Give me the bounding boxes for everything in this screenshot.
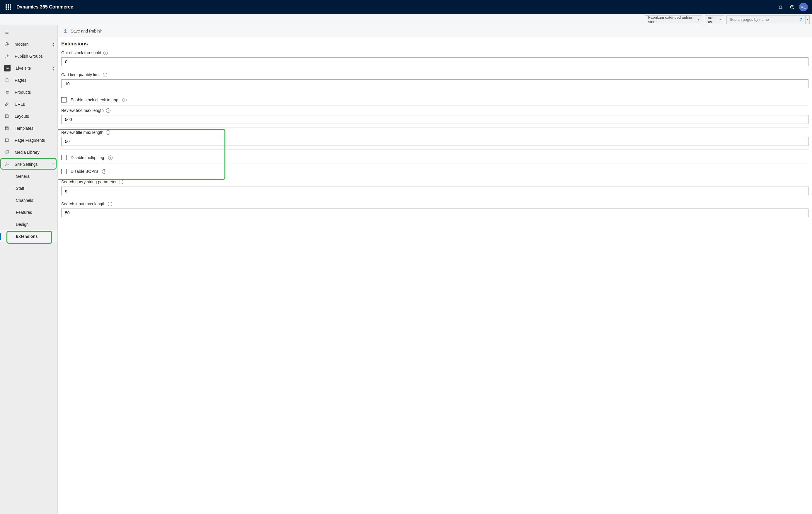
disable-bopis-checkbox[interactable] xyxy=(61,169,66,174)
info-icon[interactable]: i xyxy=(108,202,112,206)
page-search-split-button[interactable]: ▾ xyxy=(806,15,810,24)
svg-rect-21 xyxy=(5,139,7,140)
search-input-max-length-input[interactable] xyxy=(61,209,809,217)
field-out-of-stock-threshold: Out of stock threshold i xyxy=(61,50,809,70)
nav-sub-staff[interactable]: Staff xyxy=(0,182,57,194)
nav-label: Live site xyxy=(16,66,48,70)
svg-point-11 xyxy=(7,68,8,68)
nav-site-settings[interactable]: Site Settings ⌃ xyxy=(0,158,57,170)
site-selector-label: Fabrikam extended online store xyxy=(648,15,695,24)
layout-icon xyxy=(4,114,9,119)
info-icon[interactable]: i xyxy=(108,155,113,160)
user-avatar[interactable]: MG xyxy=(799,3,808,11)
field-label: Cart line quantity limit xyxy=(61,72,100,77)
svg-rect-18 xyxy=(5,128,8,129)
nav-modern[interactable]: modern ▴▾ xyxy=(0,38,57,50)
svg-point-10 xyxy=(7,55,8,56)
svg-rect-19 xyxy=(5,129,8,130)
nav-sub-design[interactable]: Design xyxy=(0,218,57,230)
media-icon xyxy=(4,150,9,155)
svg-rect-23 xyxy=(6,151,8,153)
info-icon[interactable]: i xyxy=(106,109,111,113)
review-text-max-length-input[interactable] xyxy=(61,115,809,124)
svg-point-13 xyxy=(8,93,8,94)
info-icon[interactable]: i xyxy=(104,51,108,55)
locale-selector-label: en-us xyxy=(708,15,717,24)
svg-rect-22 xyxy=(5,151,8,153)
nav-label: modern xyxy=(14,42,48,47)
field-label: Disable tooltip flag xyxy=(70,155,104,160)
nav-publish-groups[interactable]: Publish Groups xyxy=(0,50,57,62)
nav-urls[interactable]: URLs xyxy=(0,98,57,110)
field-label: Search query string parameter xyxy=(61,180,117,184)
nav-pages[interactable]: Pages xyxy=(0,74,57,86)
chevron-updown-icon: ▴▾ xyxy=(53,42,55,47)
chevron-up-icon: ⌃ xyxy=(52,163,55,165)
rocket-icon xyxy=(4,54,9,59)
page-search-input[interactable] xyxy=(726,15,797,24)
locale-selector[interactable]: en-us ▾ xyxy=(705,15,724,24)
nav-label: Products xyxy=(14,90,55,95)
nav-label: URLs xyxy=(14,102,55,107)
info-icon[interactable]: i xyxy=(102,169,106,174)
page-title: Extensions xyxy=(61,41,809,47)
gear-icon xyxy=(4,162,9,167)
info-icon[interactable]: i xyxy=(119,180,123,184)
app-title: Dynamics 365 Commerce xyxy=(17,4,73,10)
out-of-stock-threshold-input[interactable] xyxy=(61,57,809,66)
nav-media-library[interactable]: Media Library xyxy=(0,146,57,158)
page-search-button[interactable] xyxy=(797,15,806,24)
cart-line-quantity-limit-input[interactable] xyxy=(61,79,809,88)
hamburger-icon xyxy=(4,30,9,35)
field-disable-bopis: Disable BOPIS i xyxy=(61,166,809,177)
top-bar: Dynamics 365 Commerce MG xyxy=(0,0,812,14)
info-icon[interactable]: i xyxy=(103,72,107,77)
nav-templates[interactable]: Templates xyxy=(0,122,57,134)
disable-tooltip-flag-checkbox[interactable] xyxy=(61,155,66,160)
chevron-down-icon: ▾ xyxy=(719,18,721,21)
context-bar: Fabrikam extended online store ▾ en-us ▾… xyxy=(0,14,812,25)
nav-products[interactable]: Products xyxy=(0,86,57,98)
body: modern ▴▾ Publish Groups Live site ▴▾ Pa… xyxy=(0,25,812,514)
nav-sub-general[interactable]: General xyxy=(0,170,57,182)
content-scroll[interactable]: Extensions Out of stock threshold i Cart… xyxy=(58,37,812,514)
search-query-string-parameter-input[interactable] xyxy=(61,187,809,195)
nav-label: Pages xyxy=(14,78,55,83)
svg-point-24 xyxy=(6,164,7,165)
page-icon xyxy=(4,78,9,83)
broadcast-icon xyxy=(4,65,10,71)
notifications-icon[interactable] xyxy=(775,1,786,13)
nav-collapse-toggle[interactable] xyxy=(0,26,57,38)
field-search-input-max-length: Search input max length i xyxy=(61,202,809,221)
review-title-max-length-input[interactable] xyxy=(61,137,809,146)
field-label: Review text max length xyxy=(61,108,104,113)
save-and-publish-button[interactable]: Save and Publish xyxy=(63,29,103,33)
enable-stock-check-checkbox[interactable] xyxy=(61,97,66,102)
field-review-text-max-length: Review text max length i xyxy=(61,108,809,128)
nav-label: Publish Groups xyxy=(14,54,55,59)
app-launcher-icon[interactable] xyxy=(2,1,14,13)
nav-sub-channels[interactable]: Channels xyxy=(0,194,57,206)
field-label: Out of stock threshold xyxy=(61,50,101,55)
nav-sub-extensions[interactable]: Extensions xyxy=(0,230,57,242)
nav-page-fragments[interactable]: Page Fragments xyxy=(0,134,57,146)
nav-sub-features[interactable]: Features xyxy=(0,206,57,218)
field-label: Review title max length xyxy=(61,130,104,135)
svg-point-2 xyxy=(800,18,802,20)
svg-rect-17 xyxy=(5,127,8,128)
link-icon xyxy=(4,102,9,107)
field-label: Enable stock check in app xyxy=(70,97,118,102)
fragment-icon xyxy=(4,138,9,143)
help-icon[interactable] xyxy=(786,1,798,13)
nav-live-site[interactable]: Live site ▴▾ xyxy=(0,62,57,74)
field-search-query-string-parameter: Search query string parameter i xyxy=(61,180,809,199)
content: Extensions Out of stock threshold i Cart… xyxy=(58,37,812,226)
left-nav: modern ▴▾ Publish Groups Live site ▴▾ Pa… xyxy=(0,25,58,514)
svg-point-12 xyxy=(6,93,7,94)
info-icon[interactable]: i xyxy=(122,98,127,102)
nav-label: Layouts xyxy=(14,114,55,119)
nav-label: Site Settings xyxy=(14,162,47,167)
nav-layouts[interactable]: Layouts xyxy=(0,110,57,122)
info-icon[interactable]: i xyxy=(106,130,110,135)
site-selector[interactable]: Fabrikam extended online store ▾ xyxy=(645,15,702,24)
